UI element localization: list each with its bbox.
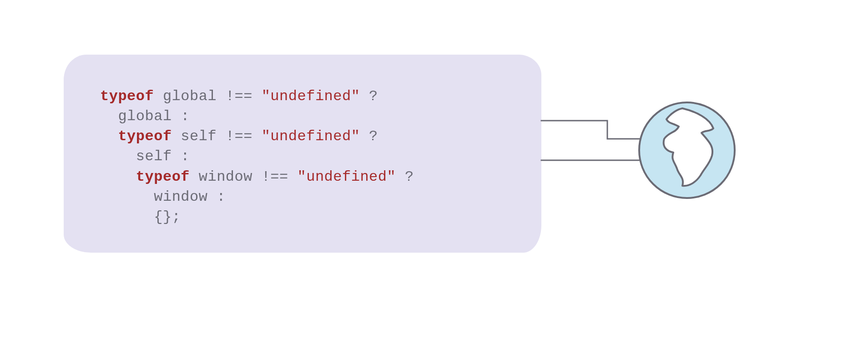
code-snippet: typeof global !== "undefined" ? global :…: [100, 86, 514, 227]
code-token-str: "undefined": [297, 168, 396, 185]
connector-top: [541, 121, 641, 139]
code-token-plain: window !==: [190, 168, 297, 185]
code-token-plain: global !==: [154, 88, 261, 105]
code-token-kw: typeof: [118, 128, 172, 145]
diagram-stage: typeof global !== "undefined" ? global :…: [0, 0, 868, 361]
code-token-str: "undefined": [262, 88, 360, 105]
code-token-kw: typeof: [136, 168, 190, 185]
code-token-str: "undefined": [262, 128, 360, 145]
globe-icon: [639, 102, 735, 198]
code-token-kw: typeof: [100, 88, 154, 105]
code-token-plain: self !==: [172, 128, 262, 145]
code-card: typeof global !== "undefined" ? global :…: [64, 55, 541, 253]
svg-point-0: [639, 102, 735, 198]
